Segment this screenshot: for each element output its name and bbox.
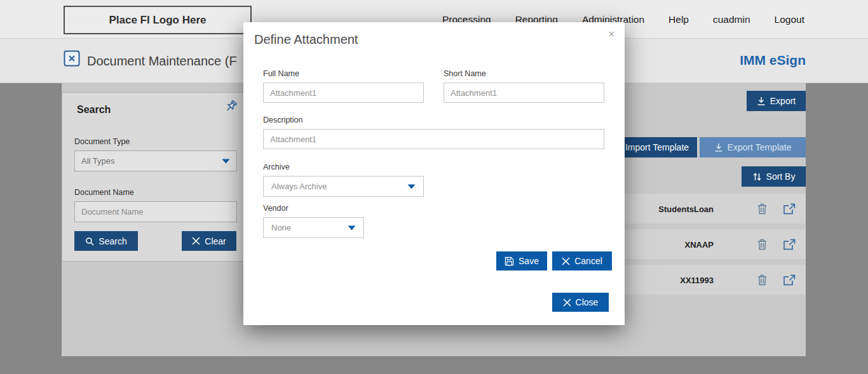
description-input[interactable] [264, 130, 604, 149]
document-type-value: All Types [81, 156, 222, 166]
document-name: XX11993 [680, 275, 714, 284]
short-name-field-wrap [444, 83, 604, 103]
cancel-button[interactable]: Cancel [552, 251, 612, 270]
document-type-dropdown[interactable]: All Types [74, 150, 237, 171]
description-label: Description [263, 116, 303, 124]
delete-icon[interactable] [757, 238, 768, 250]
close-button[interactable]: Close [552, 293, 609, 312]
x-icon [562, 257, 570, 265]
fi-logo[interactable]: Place FI Logo Here [64, 6, 252, 34]
application-window: Place FI Logo Here Processing Reporting … [0, 0, 868, 374]
dialog-title: Define Attachment [254, 32, 358, 47]
open-external-icon[interactable] [783, 203, 796, 215]
sort-by-button[interactable]: Sort By [742, 166, 806, 187]
chevron-down-icon [407, 184, 416, 189]
export-button-label: Export [770, 96, 796, 106]
download-icon [714, 143, 723, 152]
sort-by-label: Sort By [766, 171, 796, 182]
delete-icon[interactable] [757, 203, 768, 215]
open-external-icon[interactable] [783, 274, 796, 286]
nav-item-logout[interactable]: Logout [775, 14, 804, 25]
export-template-label: Export Template [728, 142, 792, 152]
save-button-label: Save [519, 256, 539, 266]
archive-value: Always Archive [271, 182, 407, 191]
document-name: StudentsLoan [658, 204, 714, 213]
vendor-value: None [271, 223, 348, 232]
full-name-input[interactable] [264, 83, 423, 102]
full-name-field-wrap [263, 83, 424, 103]
sort-arrows-icon [752, 172, 762, 182]
export-button[interactable]: Export [747, 91, 806, 111]
close-button-label: Close [576, 297, 599, 307]
x-icon [192, 237, 200, 245]
define-attachment-dialog: Define Attachment × Full Name Short Name… [243, 22, 625, 325]
chevron-down-icon [222, 159, 230, 164]
archive-label: Archive [263, 163, 290, 171]
page-title: Document Maintenance (F [87, 54, 237, 69]
x-icon [563, 298, 571, 307]
cancel-button-label: Cancel [574, 256, 602, 266]
description-field-wrap [263, 129, 604, 149]
download-icon [757, 97, 766, 106]
short-name-input[interactable] [444, 83, 604, 102]
search-button[interactable]: Search [74, 231, 138, 251]
short-name-label: Short Name [444, 69, 486, 78]
close-icon[interactable]: × [609, 29, 614, 40]
document-name-label: Document Name [74, 188, 134, 197]
nav-item-help[interactable]: Help [668, 14, 689, 25]
save-disk-icon [505, 257, 514, 266]
clear-button[interactable]: Clear [182, 231, 236, 251]
chevron-down-icon [348, 225, 356, 230]
document-type-label: Document Type [74, 137, 130, 146]
open-external-icon[interactable] [783, 239, 796, 250]
full-name-label: Full Name [263, 69, 299, 78]
search-panel: Search Document Type All Types Document … [62, 92, 249, 262]
pin-icon[interactable] [223, 99, 238, 114]
document-name-field [74, 201, 237, 222]
document-maintenance-icon [64, 50, 80, 67]
document-name: XNAAP [684, 239, 714, 249]
delete-icon[interactable] [757, 274, 768, 286]
brand-logo: IMM eSign [740, 53, 806, 68]
export-template-button[interactable]: Export Template [700, 137, 806, 157]
search-button-label: Search [98, 236, 126, 246]
vendor-label: Vendor [263, 204, 288, 213]
archive-dropdown[interactable]: Always Archive [263, 176, 424, 197]
import-template-label: Import Template [625, 142, 689, 152]
vendor-dropdown[interactable]: None [263, 217, 364, 238]
search-icon [85, 237, 94, 246]
clear-button-label: Clear [205, 236, 226, 246]
search-panel-title: Search [77, 104, 111, 116]
nav-item-cuadmin[interactable]: cuadmin [713, 14, 750, 25]
document-name-input[interactable] [81, 202, 230, 222]
save-button[interactable]: Save [496, 251, 547, 270]
